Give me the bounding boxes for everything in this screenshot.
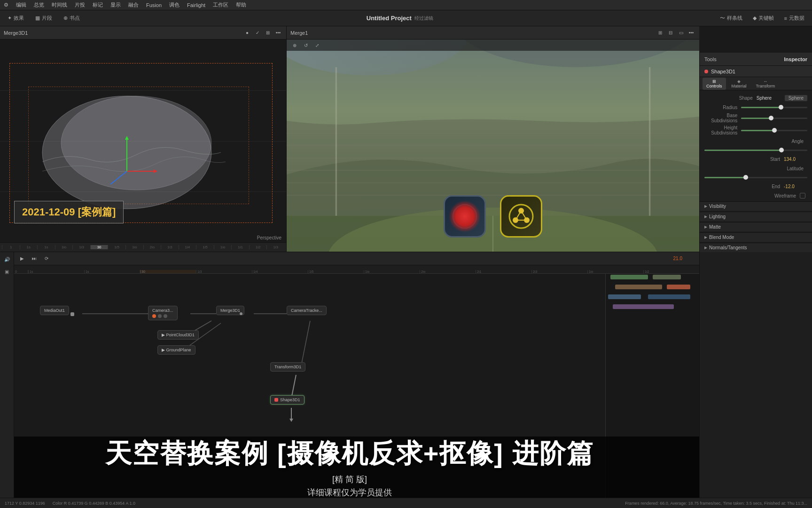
viewport-more-btn[interactable]: •••: [274, 29, 282, 37]
viewport-circle-btn[interactable]: ●: [243, 29, 251, 37]
lighting-label: Lighting: [709, 214, 726, 219]
keyframe-btn[interactable]: ◆ 关键帧: [750, 14, 777, 23]
base-sub-slider[interactable]: [741, 118, 807, 119]
node-mediaout1[interactable]: MediaOut1: [40, 306, 69, 315]
base-sub-thumb[interactable]: [769, 116, 773, 120]
inspector-header: Tools Inspector: [700, 53, 812, 66]
latitude-thumb[interactable]: [743, 175, 748, 180]
shape-value: Sphere: [757, 95, 785, 101]
viewport-grid-btn[interactable]: ⊞: [264, 29, 272, 37]
height-sub-slider[interactable]: [741, 130, 807, 131]
node-groundplane[interactable]: ▶ GroundPlane: [157, 345, 195, 355]
height-sub-label: Height Subdivisions: [704, 125, 741, 135]
clip-7: [613, 304, 674, 309]
nav-fit-btn[interactable]: ⤢: [313, 41, 321, 49]
bookmarks-btn[interactable]: ⊕ 书点: [61, 14, 83, 23]
node-graph-toolbar: ▶ ⏭ ⟳ 21.0: [14, 252, 699, 265]
transform-label: Transform: [756, 84, 775, 88]
node-cameratrack[interactable]: CameraTracke...: [287, 306, 327, 315]
viewer-grid-btn[interactable]: ⊞: [656, 29, 664, 37]
node-pointcloud[interactable]: ▶ PointCloud3D1: [157, 330, 199, 340]
perspective-label: Perspective: [257, 235, 281, 240]
clips-btn[interactable]: ▦ 片段: [32, 14, 55, 23]
menu-fusion-en[interactable]: Fusion: [146, 2, 162, 8]
nav-rotate-btn[interactable]: ↺: [302, 41, 310, 49]
merge-connector: [240, 312, 242, 315]
normals-label: Normals/Tangents: [709, 245, 747, 250]
tick: 1i3: [266, 245, 284, 249]
metadata-btn[interactable]: ≡ 元数据: [781, 14, 807, 23]
ruler-tick-2: 1s: [84, 270, 140, 273]
section-lighting[interactable]: ▶ Lighting: [700, 212, 812, 221]
section-matte[interactable]: ▶ Matte: [700, 222, 812, 231]
ng-play-btn[interactable]: ▶: [18, 254, 26, 263]
shape-label: Shape: [704, 95, 757, 101]
menu-workspace[interactable]: 工作区: [213, 1, 228, 8]
viewport-check-btn[interactable]: ✓: [253, 29, 262, 37]
track-4: [606, 303, 699, 310]
height-sub-thumb[interactable]: [772, 128, 777, 133]
ruler-tick-11: 1i2: [643, 270, 699, 273]
menu-edit[interactable]: 编辑: [16, 1, 26, 8]
lock-btn[interactable]: ▣: [2, 266, 12, 277]
section-normals[interactable]: ▶ Normals/Tangents: [700, 243, 812, 252]
effects-btn[interactable]: ✦ 效果: [5, 14, 27, 23]
base-sub-label: Base Subdivisions: [704, 113, 741, 123]
viewer-more-btn[interactable]: •••: [687, 29, 695, 37]
svg-point-23: [459, 211, 470, 222]
prop-shape: Shape Sphere Sphere: [700, 93, 812, 103]
tick: 1i5: [108, 245, 125, 249]
prop-radius: Radius: [700, 103, 812, 112]
menu-color[interactable]: 调色: [169, 1, 180, 8]
tab-controls[interactable]: ⊞ Controls: [703, 78, 726, 90]
angle-thumb[interactable]: [779, 148, 784, 152]
wireframe-checkbox[interactable]: [800, 193, 805, 198]
video-title-sub-2: 详细课程仅为学员提供: [307, 487, 392, 498]
section-blend-mode[interactable]: ▶ Blend Mode: [700, 232, 812, 242]
spline-btn[interactable]: 〜 样条线: [717, 14, 745, 23]
track-2: [606, 284, 699, 290]
menu-timeline[interactable]: 时间线: [52, 1, 67, 8]
audio-btn[interactable]: 🔊: [2, 254, 12, 264]
menu-overview[interactable]: 总览: [34, 1, 44, 8]
node-transform3d1[interactable]: Transform3D1: [270, 362, 305, 372]
menu-display[interactable]: 显示: [110, 1, 121, 8]
latitude-slider[interactable]: [704, 177, 807, 178]
angle-num: 134.0: [784, 157, 807, 162]
tab-transform[interactable]: ↔ Transform: [752, 78, 779, 90]
ng-loop-btn[interactable]: ⟳: [42, 254, 51, 263]
section-visibility[interactable]: ▶ Visibility: [700, 201, 812, 211]
tick: 1i3: [72, 245, 90, 249]
node-color-dot: [704, 70, 708, 73]
viewer-rect-btn[interactable]: ▭: [677, 29, 685, 37]
radius-thumb[interactable]: [779, 105, 783, 110]
toolbar: ✦ 效果 ▦ 片段 ⊕ 书点 Untitled Project 经过滤镜 〜 样…: [0, 10, 812, 26]
fusion-logo: [500, 195, 542, 238]
nav-center-btn[interactable]: ⊕: [290, 41, 299, 49]
project-sub: 经过滤镜: [414, 15, 433, 22]
menu-fusion-cn[interactable]: 融合: [128, 1, 139, 8]
effects-icon: ✦: [8, 15, 12, 21]
menu-fairlight[interactable]: Fairlight: [187, 2, 205, 8]
prop-base-sub: Base Subdivisions: [700, 112, 812, 124]
prop-angle-value: Start 134.0: [700, 154, 812, 164]
radius-slider[interactable]: [741, 107, 807, 108]
menu-mark[interactable]: 标记: [93, 1, 103, 8]
sphere-btn[interactable]: Sphere: [785, 95, 807, 101]
viewer-table-btn[interactable]: ⊟: [666, 29, 675, 37]
menu-clip[interactable]: 片投: [75, 1, 85, 8]
main-content: Merge3D1 ● ✓ ⊞ •••: [0, 26, 812, 508]
ruler-tick-6: 1io: [364, 270, 420, 273]
menu-help[interactable]: 帮助: [236, 1, 246, 8]
ruler-tick-1: 1s: [28, 270, 84, 273]
project-title: Untitled Project: [367, 15, 412, 22]
ruler-tick-9: 2i3: [531, 270, 587, 273]
node-shape3d1[interactable]: Shape3D1: [270, 395, 304, 405]
ng-skip-btn[interactable]: ⏭: [30, 254, 39, 263]
tab-material[interactable]: ◈ Material: [728, 78, 750, 90]
angle-slider[interactable]: [704, 150, 807, 151]
clips-icon: ▦: [35, 15, 40, 21]
ruler-start: 0: [14, 270, 28, 273]
keyframe-label: 关键帧: [758, 15, 774, 22]
node-camera3[interactable]: Camera3...: [148, 306, 178, 320]
